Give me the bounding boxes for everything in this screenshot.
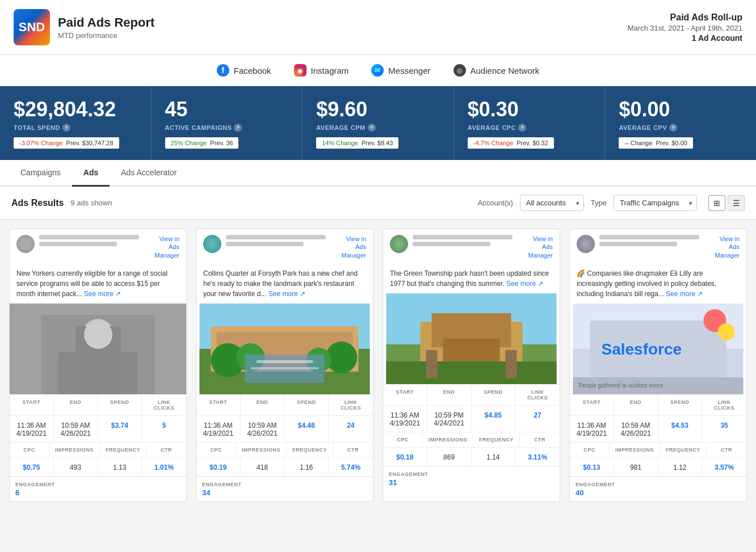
card-2-end-header: END xyxy=(241,395,285,416)
card-4-cpc-value: $0.13 xyxy=(570,458,614,477)
card-1-frequency-header: FREQUENCY xyxy=(100,443,146,458)
card-4-title-blur2 xyxy=(599,242,677,246)
nav-instagram[interactable]: ◉ Instagram xyxy=(294,62,349,79)
svg-rect-23 xyxy=(506,350,517,378)
header-right: Paid Ads Roll-up March 31st, 2021 - Apri… xyxy=(628,12,742,43)
card-1-cpc-value: $0.75 xyxy=(10,458,54,477)
card-4-title-area xyxy=(599,235,711,246)
card-3-description: The Green Township park hasn't been upda… xyxy=(383,265,560,293)
card-4-see-more[interactable]: See more ↗ xyxy=(666,290,703,298)
card-2-link-clicks-value: 24 xyxy=(329,416,373,443)
card-4-description: 🌈 Companies like drugmaker Eli Lilly are… xyxy=(570,265,746,304)
date-range: March 31st, 2021 - April 19th, 2021 xyxy=(628,24,742,32)
card-1-end-header: END xyxy=(54,395,98,416)
stat-avg-cpc-label: AVERAGE CPC ? xyxy=(468,124,591,132)
card-3-header: View inAdsManager xyxy=(383,229,560,265)
card-1-link-clicks-header: LINK CLICKS xyxy=(142,395,186,416)
card-4-engagement: ENGAGEMENT 40 xyxy=(570,477,746,502)
accounts-select[interactable]: All accounts xyxy=(520,195,584,211)
svg-rect-22 xyxy=(426,350,438,378)
card-3-see-more[interactable]: See more ↗ xyxy=(506,280,543,288)
card-4-end-header: END xyxy=(614,395,658,416)
ad-card-3: View inAdsManager The Green Township par… xyxy=(383,229,560,502)
card-4-avatar xyxy=(577,235,595,253)
card-2-link-clicks-header: LINK CLICKS xyxy=(329,395,373,416)
results-count: 9 ads shown xyxy=(70,199,112,207)
card-1-view-link[interactable]: View inAdsManager xyxy=(155,235,179,259)
stat-avg-cpv-change: -- Change Prev. $0.00 xyxy=(619,137,693,149)
type-select-wrapper[interactable]: Traffic Campaigns xyxy=(614,195,697,211)
card-4-ctr-value: 3.57% xyxy=(702,458,746,477)
stat-avg-cpm-value: $9.60 xyxy=(316,98,440,121)
card-4-impressions-value: 981 xyxy=(614,458,658,477)
card-1-header: View inAdsManager xyxy=(10,229,186,265)
card-1-impressions-value: 493 xyxy=(54,458,98,477)
avg-cpv-help-icon[interactable]: ? xyxy=(669,124,677,132)
list-view-button[interactable]: ☰ xyxy=(728,195,745,211)
card-2-cpc-value: $0.19 xyxy=(196,458,241,477)
tab-ads[interactable]: Ads xyxy=(72,160,110,187)
card-1-see-more[interactable]: See more ↗ xyxy=(84,290,121,298)
svg-rect-21 xyxy=(387,361,557,384)
card-2-avatar xyxy=(203,235,221,253)
type-select[interactable]: Traffic Campaigns xyxy=(614,195,697,211)
total-spend-help-icon[interactable]: ? xyxy=(62,124,70,132)
accounts-label: Account(s) xyxy=(478,199,513,207)
card-1-title-blur xyxy=(39,235,139,239)
card-4-metrics: START END SPEND LINK CLICKS 11:36 AM4/19… xyxy=(570,394,746,502)
card-2-view-link[interactable]: View inAdsManager xyxy=(342,235,366,259)
card-4-link-clicks-header: LINK CLICKS xyxy=(702,395,746,416)
card-1-start-header: START xyxy=(10,395,54,416)
card-2-frequency-header: FREQUENCY xyxy=(287,443,333,458)
grid-view-button[interactable]: ⊞ xyxy=(708,195,725,211)
avg-cpc-help-icon[interactable]: ? xyxy=(518,124,526,132)
card-3-spend-value: $4.85 xyxy=(472,406,516,432)
facebook-icon: f xyxy=(217,64,229,77)
card-2-start-value: 11:36 AM4/19/2021 xyxy=(196,416,241,443)
card-2-see-more[interactable]: See more ↗ xyxy=(268,290,305,298)
tab-ads-accelerator[interactable]: Ads Accelerator xyxy=(110,160,188,187)
card-3-avatar xyxy=(390,235,408,253)
card-2-impressions-header: IMPRESSIONS xyxy=(236,443,287,458)
accounts-select-wrapper[interactable]: All accounts xyxy=(520,195,584,211)
card-3-frequency-header: FREQUENCY xyxy=(473,432,520,448)
audience-network-icon: ◎ xyxy=(453,64,466,77)
header-titles: Paid Ads Report MTD performance xyxy=(58,15,154,40)
card-4-view-link[interactable]: View inAdsManager xyxy=(715,235,740,259)
card-4-frequency-header: FREQUENCY xyxy=(660,443,707,458)
nav-audience-network-label: Audience Network xyxy=(471,66,540,75)
card-2-metrics: START END SPEND LINK CLICKS 11:36 AM4/19… xyxy=(196,394,373,502)
view-toggle: ⊞ ☰ xyxy=(708,195,745,211)
tab-campaigns[interactable]: Campaigns xyxy=(9,160,72,187)
ad-card-2: View inAdsManager Collins Quarter at For… xyxy=(196,229,373,502)
card-4-spend-header: SPEND xyxy=(658,395,703,416)
svg-rect-14 xyxy=(257,360,313,363)
card-1-cpc-header: CPC xyxy=(10,443,49,458)
card-2-description: Collins Quarter at Forsyth Park has a ne… xyxy=(196,265,373,304)
nav-facebook[interactable]: f Facebook xyxy=(217,62,271,79)
page-title: Paid Ads Report xyxy=(58,15,154,30)
card-2-spend-value: $4.46 xyxy=(285,416,329,443)
results-title: Ads Results xyxy=(11,198,64,208)
card-1-image xyxy=(10,304,186,394)
card-3-spend-header: SPEND xyxy=(472,385,516,406)
card-4-ctr-header: CTR xyxy=(707,443,746,458)
nav-messenger[interactable]: ✉ Messenger xyxy=(371,62,430,79)
card-1-title-area xyxy=(39,235,150,246)
card-1-avatar xyxy=(16,235,35,253)
stat-avg-cpm-label: AVERAGE CPM ? xyxy=(316,124,440,132)
stat-avg-cpc: $0.30 AVERAGE CPC ? -4.7% Change Prev. $… xyxy=(454,86,606,160)
stat-active-campaigns-value: 45 xyxy=(165,98,289,121)
avg-cpm-help-icon[interactable]: ? xyxy=(368,124,376,132)
card-1-engagement: ENGAGEMENT 6 xyxy=(10,477,186,502)
card-2-impressions-value: 418 xyxy=(241,458,285,477)
stat-avg-cpc-value: $0.30 xyxy=(468,98,591,121)
stat-total-spend-value: $29,804.32 xyxy=(14,98,137,121)
card-3-link-clicks-header: LINK CLICKS xyxy=(515,385,560,406)
card-3-view-link[interactable]: View inAdsManager xyxy=(528,235,553,259)
nav-audience-network[interactable]: ◎ Audience Network xyxy=(453,62,540,79)
card-3-ctr-header: CTR xyxy=(520,432,560,448)
active-campaigns-help-icon[interactable]: ? xyxy=(234,124,242,132)
card-3-cpc-header: CPC xyxy=(383,432,423,448)
card-3-start-header: START xyxy=(383,385,427,406)
